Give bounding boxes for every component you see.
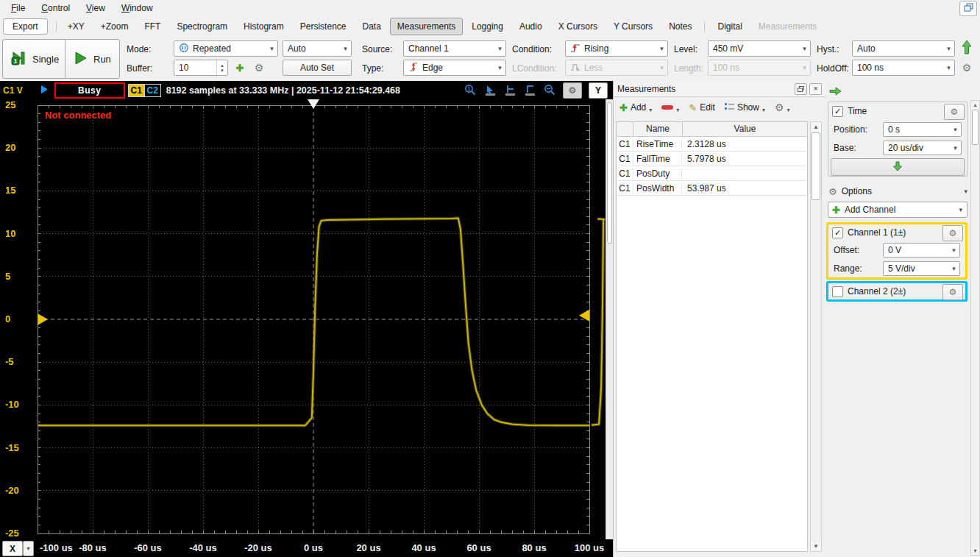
scrollbar-thumb[interactable] xyxy=(812,132,820,200)
x-axis-tick: 60 us xyxy=(466,542,491,553)
measurement-row[interactable]: C1FallTime5.7978 us xyxy=(617,152,807,166)
rising-edge-icon xyxy=(570,43,580,55)
expand-down-button[interactable] xyxy=(831,158,965,176)
plot-toolbar-icons: 1 ⚙ Y xyxy=(464,82,608,99)
buffer-add-button[interactable]: ✚ xyxy=(231,60,249,76)
tab-histogram[interactable]: Histogram xyxy=(236,18,291,35)
run-button[interactable]: Run xyxy=(65,39,120,79)
measurement-row[interactable]: C1RiseTime2.3128 us xyxy=(617,137,807,152)
tab-audio[interactable]: Audio xyxy=(512,18,550,35)
tab-digital[interactable]: Digital xyxy=(710,18,749,35)
float-panel-button[interactable] xyxy=(795,83,807,95)
channel1-checkbox[interactable]: ✓ xyxy=(832,227,843,238)
add-measurement-button[interactable]: ✚ Add ▾ xyxy=(619,102,652,113)
trace-glow xyxy=(38,219,589,426)
pointer-mode-icon[interactable] xyxy=(483,84,497,97)
show-measurement-button[interactable]: Show ▾ xyxy=(725,102,765,113)
tab-measurements: Measurements xyxy=(751,18,824,35)
add-channel-button[interactable]: ✚ Add Channel ▾ xyxy=(828,202,967,218)
tab-data[interactable]: Data xyxy=(355,18,388,35)
menu-control[interactable]: Control xyxy=(35,1,77,15)
time-checkbox[interactable]: ✓ xyxy=(832,106,843,117)
position-select[interactable]: 0 s ▾ xyxy=(883,122,962,137)
name-column-header[interactable]: Name xyxy=(633,122,683,136)
y-axis-tick: 5 xyxy=(5,272,10,281)
scrollbar-thumb[interactable] xyxy=(607,102,612,244)
tab--xy[interactable]: +XY xyxy=(60,18,92,35)
collapse-panel-button[interactable] xyxy=(829,87,842,98)
remove-measurement-button[interactable]: ▾ xyxy=(661,102,679,113)
mode-auto-select[interactable]: Auto ▾ xyxy=(283,40,352,57)
menu-window[interactable]: Window xyxy=(115,1,160,15)
tab-notes[interactable]: Notes xyxy=(661,18,699,35)
trigger-up-button[interactable] xyxy=(961,40,973,57)
close-panel-button[interactable]: ✕ xyxy=(809,83,822,95)
export-button[interactable]: Export xyxy=(3,18,48,35)
options-row[interactable]: ⚙ Options ▾ xyxy=(828,184,967,199)
offset-select[interactable]: 0 V ▾ xyxy=(883,243,960,258)
chevron-down-icon: ▾ xyxy=(948,246,959,254)
scroll-up-icon[interactable]: ▲ xyxy=(811,122,821,132)
type-select[interactable]: Edge ▾ xyxy=(403,60,506,76)
tab-spectrogram[interactable]: Spectrogram xyxy=(169,18,235,35)
auto-set-button[interactable]: Auto Set xyxy=(283,60,352,76)
measurements-table: Name Value C1RiseTime2.3128 usC1FallTime… xyxy=(616,121,808,552)
tab-logging[interactable]: Logging xyxy=(464,18,511,35)
horizontal-cursor-icon[interactable] xyxy=(503,84,516,97)
tab-persistence[interactable]: Persistence xyxy=(293,18,354,35)
svg-text:1: 1 xyxy=(13,57,17,65)
buffer-spinner[interactable]: 10 ▴▾ xyxy=(174,60,228,76)
zoom-fit-icon[interactable]: 1 xyxy=(464,84,477,97)
level-select[interactable]: 450 mV ▾ xyxy=(708,40,811,57)
measurements-scrollbar[interactable]: ▲ ▼ xyxy=(810,121,822,552)
channel1-offset-row: Offset: 0 V ▾ xyxy=(828,241,965,259)
range-select[interactable]: 5 V/div ▾ xyxy=(883,261,960,276)
channel2-badge[interactable]: C2 xyxy=(144,85,160,96)
trigger-settings-button[interactable]: ⚙ xyxy=(958,60,976,76)
y-axis-button[interactable]: Y xyxy=(589,82,608,99)
measurement-row[interactable]: C1PosDuty xyxy=(617,166,807,181)
panel-scrollbar[interactable]: ▲ ▼ xyxy=(970,100,980,556)
scrollbar-thumb[interactable] xyxy=(972,110,979,145)
holdoff-select[interactable]: 100 ns ▾ xyxy=(852,60,955,76)
measurements-settings-button[interactable]: ⚙ ▾ xyxy=(775,102,790,113)
zoom-out-icon[interactable] xyxy=(543,84,556,97)
x-axis-button[interactable]: X xyxy=(2,541,23,556)
channel1-badge[interactable]: C1 xyxy=(129,85,144,96)
channel-axis-label[interactable]: C1 V xyxy=(3,85,23,96)
tab-fft[interactable]: FFT xyxy=(137,18,168,35)
menubar: FileControlViewWindow xyxy=(0,0,980,17)
single-button[interactable]: 1 Single xyxy=(2,39,68,79)
vertical-cursor-icon[interactable] xyxy=(523,84,536,97)
base-select[interactable]: 20 us/div ▾ xyxy=(883,141,962,155)
y-axis-labels: 2520151050-5-10-15-20-25 xyxy=(0,99,36,539)
scroll-up-icon[interactable]: ▲ xyxy=(971,101,979,109)
waveform-plot[interactable]: Not connected xyxy=(36,99,606,539)
menu-file[interactable]: File xyxy=(4,1,32,15)
plot-vertical-scrollbar[interactable] xyxy=(606,99,613,539)
plot-settings-button[interactable]: ⚙ xyxy=(563,82,582,99)
channel2-checkbox[interactable] xyxy=(832,286,843,297)
source-select[interactable]: Channel 1 ▾ xyxy=(403,40,506,57)
channel1-settings-button[interactable]: ⚙ xyxy=(942,225,963,241)
menu-view[interactable]: View xyxy=(79,1,112,15)
spinner-arrows-icon[interactable]: ▴▾ xyxy=(216,60,227,75)
value-column-header[interactable]: Value xyxy=(683,122,807,136)
channel2-settings-button[interactable]: ⚙ xyxy=(942,284,963,300)
time-settings-button[interactable]: ⚙ xyxy=(944,104,965,120)
buffer-settings-button[interactable]: ⚙ xyxy=(250,60,268,76)
condition-select[interactable]: Rising ▾ xyxy=(565,40,668,57)
tab-y-cursors[interactable]: Y Cursors xyxy=(606,18,660,35)
tab--zoom[interactable]: +Zoom xyxy=(93,18,136,35)
edit-measurement-button[interactable]: ✎ Edit xyxy=(689,102,715,113)
tab-measurements[interactable]: Measurements xyxy=(390,18,463,35)
scroll-down-icon[interactable]: ▼ xyxy=(811,542,821,551)
window-restore-button[interactable] xyxy=(959,1,977,16)
x-axis-dropdown-button[interactable]: ▾ xyxy=(23,541,34,556)
hyst-select[interactable]: Auto ▾ xyxy=(852,40,955,57)
scroll-down-icon[interactable]: ▼ xyxy=(971,547,979,555)
mode-select[interactable]: Repeated ▾ xyxy=(174,40,278,57)
tab-x-cursors[interactable]: X Cursors xyxy=(551,18,605,35)
repeated-mode-icon xyxy=(179,43,189,55)
measurement-row[interactable]: C1PosWidth53.987 us xyxy=(617,181,807,196)
